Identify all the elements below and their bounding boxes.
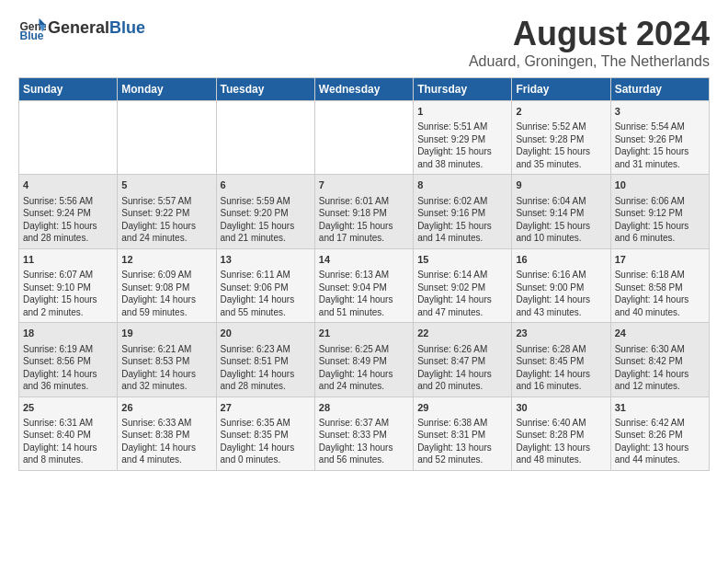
header-row: SundayMondayTuesdayWednesdayThursdayFrid… (19, 78, 710, 101)
calendar-cell (118, 101, 216, 175)
calendar-cell: 11Sunrise: 6:07 AM Sunset: 9:10 PM Dayli… (19, 248, 118, 322)
calendar-cell: 18Sunrise: 6:19 AM Sunset: 8:56 PM Dayli… (19, 323, 118, 396)
day-number: 18 (23, 327, 113, 340)
day-number: 17 (615, 253, 705, 267)
day-content: Sunrise: 6:37 AM Sunset: 8:33 PM Dayligh… (319, 417, 409, 466)
day-content: Sunrise: 6:16 AM Sunset: 9:00 PM Dayligh… (516, 269, 606, 318)
day-number: 14 (319, 253, 409, 267)
calendar-table: SundayMondayTuesdayWednesdayThursdayFrid… (18, 77, 710, 471)
day-number: 5 (121, 178, 211, 192)
calendar-cell: 14Sunrise: 6:13 AM Sunset: 9:04 PM Dayli… (314, 248, 413, 322)
calendar-cell: 22Sunrise: 6:26 AM Sunset: 8:47 PM Dayli… (414, 323, 512, 396)
day-content: Sunrise: 6:14 AM Sunset: 9:02 PM Dayligh… (417, 269, 507, 318)
calendar-cell: 13Sunrise: 6:11 AM Sunset: 9:06 PM Dayli… (216, 248, 314, 322)
subtitle: Aduard, Groningen, The Netherlands (469, 53, 710, 70)
day-number: 26 (121, 401, 211, 415)
calendar-cell (216, 101, 314, 175)
calendar-cell: 3Sunrise: 5:54 AM Sunset: 9:26 PM Daylig… (610, 101, 709, 175)
day-content: Sunrise: 6:35 AM Sunset: 8:35 PM Dayligh… (221, 417, 311, 466)
calendar-cell: 24Sunrise: 6:30 AM Sunset: 8:42 PM Dayli… (610, 323, 709, 396)
day-content: Sunrise: 6:18 AM Sunset: 8:58 PM Dayligh… (615, 269, 705, 318)
day-content: Sunrise: 6:26 AM Sunset: 8:47 PM Dayligh… (417, 343, 507, 393)
day-number: 3 (615, 105, 705, 119)
calendar-cell: 7Sunrise: 6:01 AM Sunset: 9:18 PM Daylig… (314, 175, 413, 248)
day-content: Sunrise: 6:01 AM Sunset: 9:18 PM Dayligh… (319, 195, 409, 245)
day-content: Sunrise: 5:54 AM Sunset: 9:26 PM Dayligh… (615, 121, 705, 170)
day-number: 27 (221, 401, 311, 415)
day-number: 11 (23, 253, 113, 267)
calendar-cell: 29Sunrise: 6:38 AM Sunset: 8:31 PM Dayli… (414, 396, 512, 470)
calendar-cell (19, 101, 118, 175)
day-number: 28 (319, 401, 409, 415)
day-content: Sunrise: 6:02 AM Sunset: 9:16 PM Dayligh… (417, 195, 507, 245)
week-row-5: 25Sunrise: 6:31 AM Sunset: 8:40 PM Dayli… (19, 396, 710, 470)
calendar-cell: 2Sunrise: 5:52 AM Sunset: 9:28 PM Daylig… (512, 101, 610, 175)
day-content: Sunrise: 6:30 AM Sunset: 8:42 PM Dayligh… (615, 343, 705, 393)
day-number: 24 (615, 327, 705, 340)
day-content: Sunrise: 5:59 AM Sunset: 9:20 PM Dayligh… (221, 195, 311, 245)
day-number: 19 (121, 327, 211, 340)
day-content: Sunrise: 5:52 AM Sunset: 9:28 PM Dayligh… (516, 121, 606, 170)
main-title: August 2024 (469, 15, 710, 53)
day-content: Sunrise: 5:56 AM Sunset: 9:24 PM Dayligh… (23, 195, 113, 245)
calendar-cell: 27Sunrise: 6:35 AM Sunset: 8:35 PM Dayli… (216, 396, 314, 470)
day-number: 9 (516, 178, 606, 192)
day-number: 1 (417, 105, 507, 119)
calendar-cell: 25Sunrise: 6:31 AM Sunset: 8:40 PM Dayli… (19, 396, 118, 470)
calendar-cell: 6Sunrise: 5:59 AM Sunset: 9:20 PM Daylig… (216, 175, 314, 248)
logo-blue-text: Blue (109, 18, 145, 37)
calendar-cell: 9Sunrise: 6:04 AM Sunset: 9:14 PM Daylig… (512, 175, 610, 248)
day-number: 13 (221, 253, 311, 267)
logo-icon: General Blue (18, 15, 46, 42)
calendar-cell: 28Sunrise: 6:37 AM Sunset: 8:33 PM Dayli… (314, 396, 413, 470)
calendar-cell: 5Sunrise: 5:57 AM Sunset: 9:22 PM Daylig… (118, 175, 216, 248)
day-header-sunday: Sunday (19, 78, 118, 101)
day-number: 31 (615, 401, 705, 415)
day-content: Sunrise: 6:06 AM Sunset: 9:12 PM Dayligh… (615, 195, 705, 245)
calendar-cell: 4Sunrise: 5:56 AM Sunset: 9:24 PM Daylig… (19, 175, 118, 248)
day-content: Sunrise: 6:42 AM Sunset: 8:26 PM Dayligh… (615, 417, 705, 466)
day-number: 10 (615, 178, 705, 192)
week-row-4: 18Sunrise: 6:19 AM Sunset: 8:56 PM Dayli… (19, 323, 710, 396)
day-number: 15 (417, 253, 507, 267)
week-row-3: 11Sunrise: 6:07 AM Sunset: 9:10 PM Dayli… (19, 248, 710, 322)
calendar-cell: 8Sunrise: 6:02 AM Sunset: 9:16 PM Daylig… (414, 175, 512, 248)
day-content: Sunrise: 6:25 AM Sunset: 8:49 PM Dayligh… (319, 343, 409, 393)
week-row-2: 4Sunrise: 5:56 AM Sunset: 9:24 PM Daylig… (19, 175, 710, 248)
day-content: Sunrise: 6:33 AM Sunset: 8:38 PM Dayligh… (121, 417, 211, 466)
day-content: Sunrise: 6:11 AM Sunset: 9:06 PM Dayligh… (221, 269, 311, 318)
day-header-friday: Friday (512, 78, 610, 101)
calendar-cell: 20Sunrise: 6:23 AM Sunset: 8:51 PM Dayli… (216, 323, 314, 396)
calendar-cell: 17Sunrise: 6:18 AM Sunset: 8:58 PM Dayli… (610, 248, 709, 322)
day-content: Sunrise: 6:23 AM Sunset: 8:51 PM Dayligh… (221, 343, 311, 393)
day-content: Sunrise: 6:13 AM Sunset: 9:04 PM Dayligh… (319, 269, 409, 318)
day-content: Sunrise: 5:51 AM Sunset: 9:29 PM Dayligh… (417, 121, 507, 170)
day-header-monday: Monday (118, 78, 216, 101)
day-number: 12 (121, 253, 211, 267)
day-number: 16 (516, 253, 606, 267)
calendar-cell: 31Sunrise: 6:42 AM Sunset: 8:26 PM Dayli… (610, 396, 709, 470)
calendar-cell: 23Sunrise: 6:28 AM Sunset: 8:45 PM Dayli… (512, 323, 610, 396)
day-content: Sunrise: 6:07 AM Sunset: 9:10 PM Dayligh… (23, 269, 113, 318)
day-content: Sunrise: 6:09 AM Sunset: 9:08 PM Dayligh… (121, 269, 211, 318)
day-number: 30 (516, 401, 606, 415)
page: General Blue GeneralBlue August 2024 Adu… (0, 0, 728, 563)
day-number: 20 (221, 327, 311, 340)
calendar-cell: 26Sunrise: 6:33 AM Sunset: 8:38 PM Dayli… (118, 396, 216, 470)
day-number: 23 (516, 327, 606, 340)
day-number: 7 (319, 178, 409, 192)
day-number: 21 (319, 327, 409, 340)
header: General Blue GeneralBlue August 2024 Adu… (18, 15, 710, 70)
day-header-wednesday: Wednesday (314, 78, 413, 101)
logo: General Blue GeneralBlue (18, 15, 145, 42)
calendar-cell: 19Sunrise: 6:21 AM Sunset: 8:53 PM Dayli… (118, 323, 216, 396)
calendar-cell (314, 101, 413, 175)
day-number: 4 (23, 178, 113, 192)
calendar-cell: 1Sunrise: 5:51 AM Sunset: 9:29 PM Daylig… (414, 101, 512, 175)
calendar-cell: 10Sunrise: 6:06 AM Sunset: 9:12 PM Dayli… (610, 175, 709, 248)
day-header-thursday: Thursday (414, 78, 512, 101)
title-block: August 2024 Aduard, Groningen, The Nethe… (469, 15, 710, 70)
day-content: Sunrise: 6:28 AM Sunset: 8:45 PM Dayligh… (516, 343, 606, 393)
day-content: Sunrise: 6:38 AM Sunset: 8:31 PM Dayligh… (417, 417, 507, 466)
day-content: Sunrise: 6:19 AM Sunset: 8:56 PM Dayligh… (23, 343, 113, 393)
